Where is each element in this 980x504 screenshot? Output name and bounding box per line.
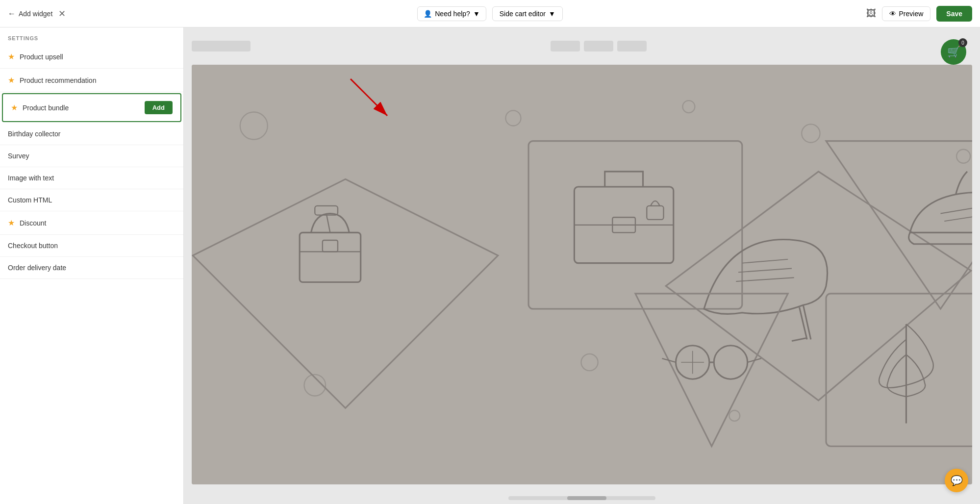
widget-label-6: Image with text (8, 174, 176, 182)
main-layout: SETTINGS ★ Product upsell ★ Product reco… (0, 27, 980, 504)
star-icon-4: ★ (8, 218, 15, 227)
help-button[interactable]: 👤 Need help? ▼ (417, 6, 486, 21)
star-icon: ★ (8, 52, 15, 61)
cart-icon: 🛒 (947, 46, 960, 58)
preview-topbar: 🛒 0 (184, 27, 980, 65)
nav-item-3 (617, 41, 647, 51)
widget-label-5: Survey (8, 152, 176, 160)
canvas-area (192, 65, 972, 484)
sidebar-item-survey[interactable]: Survey (0, 145, 183, 167)
preview-button[interactable]: 👁 Preview (882, 6, 931, 21)
content-area: 🛒 0 (184, 27, 980, 504)
star-icon-2: ★ (8, 76, 15, 85)
sidebar-item-checkout-button[interactable]: Checkout button (0, 235, 183, 257)
add-button[interactable]: Add (145, 101, 173, 114)
topbar-left: ← Add widget ✕ (8, 8, 411, 19)
eye-icon: 👁 (889, 10, 896, 18)
chat-icon: 💬 (951, 475, 963, 486)
settings-label: SETTINGS (0, 27, 183, 45)
sidebar-item-custom-html[interactable]: Custom HTML (0, 189, 183, 211)
scroll-bar-area (184, 492, 980, 504)
topbar-center: 👤 Need help? ▼ Side cart editor ▼ (417, 6, 563, 21)
help-label: Need help? (435, 10, 470, 18)
topbar: ← Add widget ✕ 👤 Need help? ▼ Side cart … (0, 0, 980, 27)
save-button[interactable]: Save (936, 6, 972, 22)
chevron-down-icon-2: ▼ (549, 10, 555, 18)
widget-label-2: Product recommendation (20, 76, 176, 84)
topbar-right: 🖼 👁 Preview Save (569, 6, 972, 22)
sidebar-item-image-with-text[interactable]: Image with text (0, 167, 183, 189)
svg-rect-2 (192, 65, 972, 484)
sidebar-item-discount[interactable]: ★ Discount (0, 211, 183, 235)
widget-label-7: Custom HTML (8, 196, 176, 204)
widget-label-8: Discount (20, 219, 176, 227)
cart-badge: 0 (958, 38, 967, 47)
sidebar-item-product-recommendation[interactable]: ★ Product recommendation (0, 69, 183, 92)
nav-bars (551, 41, 647, 51)
star-icon-3: ★ (11, 103, 18, 112)
widget-label-4: Birthday collector (8, 130, 176, 138)
nav-item-2 (584, 41, 613, 51)
widget-label: Product upsell (20, 53, 176, 61)
widget-label-10: Order delivery date (8, 264, 176, 272)
widget-label-3: Product bundle (23, 104, 145, 112)
back-icon: ← (8, 9, 16, 18)
scroll-thumb[interactable] (567, 496, 606, 500)
sidebar-item-product-bundle[interactable]: ★ Product bundle Add (2, 93, 181, 122)
close-button[interactable]: ✕ (58, 8, 66, 19)
preview-label: Preview (899, 10, 924, 18)
sidebar-item-birthday-collector[interactable]: Birthday collector (0, 123, 183, 145)
scroll-track (508, 496, 655, 500)
monitor-icon[interactable]: 🖼 (866, 8, 876, 19)
editor-button[interactable]: Side cart editor ▼ (492, 6, 563, 21)
url-bar (192, 41, 251, 51)
person-icon: 👤 (424, 10, 432, 18)
editor-label: Side cart editor (500, 10, 546, 18)
nav-item-1 (551, 41, 580, 51)
chevron-down-icon: ▼ (473, 10, 480, 18)
back-label: Add widget (19, 10, 52, 18)
sidebar: SETTINGS ★ Product upsell ★ Product reco… (0, 27, 184, 504)
back-button[interactable]: ← Add widget (8, 9, 52, 18)
chat-bubble[interactable]: 💬 (945, 469, 968, 492)
sidebar-item-order-delivery-date[interactable]: Order delivery date (0, 257, 183, 279)
sidebar-item-product-upsell[interactable]: ★ Product upsell (0, 45, 183, 69)
widget-label-9: Checkout button (8, 242, 176, 250)
cart-button[interactable]: 🛒 0 (941, 39, 966, 65)
